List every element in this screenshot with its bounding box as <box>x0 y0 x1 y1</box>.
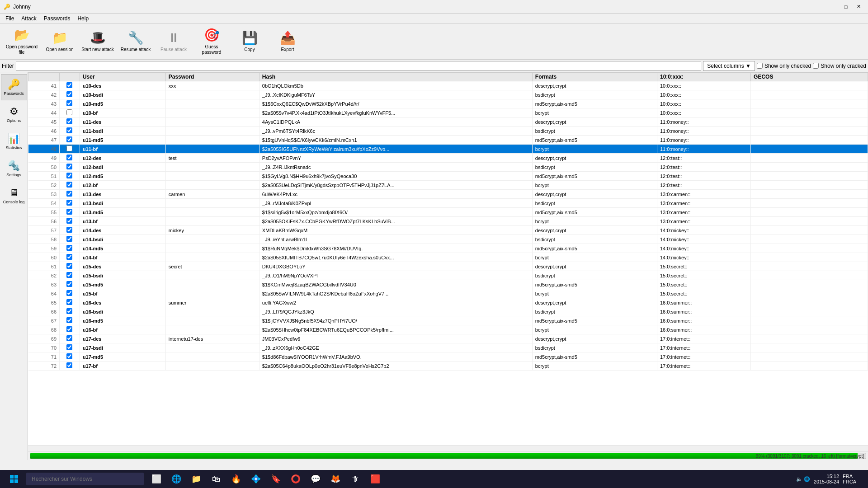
taskbar-app1-icon[interactable]: 🔥 <box>227 471 245 487</box>
row-checkbox-cell[interactable] <box>60 271 80 280</box>
show-only-checked-checkbox[interactable] <box>757 63 763 69</box>
password-table-container[interactable]: User Password Hash Formats 10:0:xxx: GEC… <box>28 72 868 446</box>
row-checkbox-cell[interactable] <box>60 343 80 352</box>
row-checkbox[interactable] <box>66 127 72 133</box>
sidebar-item-settings[interactable]: 🔩 Settings <box>1 155 27 182</box>
table-row[interactable]: 65 u16-des summer uelfi.YAGXww2 descrypt… <box>28 298 868 307</box>
row-checkbox-cell[interactable] <box>60 208 80 217</box>
col-header-formats[interactable]: Formats <box>532 73 657 81</box>
table-row[interactable]: 42 u10-bsdi _J9..XcIKDKiguMF6TsY bsdicry… <box>28 90 868 99</box>
row-checkbox-cell[interactable] <box>60 199 80 208</box>
export-button[interactable]: 📤 Export <box>269 25 306 57</box>
row-checkbox[interactable] <box>66 218 72 224</box>
table-row[interactable]: 63 u15-md5 $1$KCmMwejI$zaqBZWACGbillvdIf… <box>28 280 868 289</box>
taskbar-app4-icon[interactable]: 🗡 <box>346 471 364 487</box>
table-row[interactable]: 69 u17-des internetu17-des JM03VCxPedfw6… <box>28 334 868 343</box>
row-checkbox[interactable] <box>66 308 72 314</box>
row-checkbox[interactable] <box>66 362 72 368</box>
row-checkbox[interactable] <box>66 290 72 296</box>
row-checkbox[interactable] <box>66 236 72 242</box>
taskbar-store-icon[interactable]: 🛍 <box>207 471 225 487</box>
table-row[interactable]: 41 u10-des xxx 0bO1hQLOkm5Db descrypt,cr… <box>28 81 868 90</box>
row-checkbox-cell[interactable] <box>60 136 80 145</box>
menu-file[interactable]: File <box>2 14 18 23</box>
menu-passwords[interactable]: Passwords <box>40 14 74 23</box>
table-row[interactable]: 51 u12-md5 $1$GyLVg8.N$HH9u6xh9k7jvoSyQe… <box>28 172 868 181</box>
table-row[interactable]: 71 u17-md5 $1$d86Fdpaw$IYOOR1VrhWmV.FJAa… <box>28 352 868 361</box>
row-checkbox[interactable] <box>66 209 72 215</box>
row-checkbox-cell[interactable] <box>60 235 80 244</box>
table-row[interactable]: 68 u16-bf $2a$05$Hhcw0tpF84XEBCWRTu6EQuB… <box>28 325 868 334</box>
filter-input[interactable] <box>16 61 702 71</box>
table-row[interactable]: 70 u17-bsdi _J9..zXXX6gHn0oC42GE bsdicry… <box>28 343 868 352</box>
row-checkbox-cell[interactable] <box>60 289 80 298</box>
taskbar-app5-icon[interactable]: 🟥 <box>366 471 384 487</box>
row-checkbox[interactable] <box>66 227 72 233</box>
table-row[interactable]: 62 u15-bsdi _J9..O1/hM9NpYOcVXPl bsdicry… <box>28 271 868 280</box>
close-button[interactable]: ✕ <box>853 2 864 11</box>
table-row[interactable]: 64 u15-bf $2a$05$wVILNW9L4kTahG2S/KDebaH… <box>28 289 868 298</box>
row-checkbox-cell[interactable] <box>60 163 80 172</box>
menu-help[interactable]: Help <box>74 14 92 23</box>
table-row[interactable]: 46 u11-bsdi _J9..vPm6TSYt4RlkK6c bsdicry… <box>28 127 868 136</box>
col-header-gecos[interactable]: GECOS <box>751 73 868 81</box>
row-checkbox[interactable] <box>66 136 72 142</box>
row-checkbox[interactable] <box>66 299 72 305</box>
resume-attack-button[interactable]: 🔧 Resume attack <box>118 25 154 57</box>
table-row[interactable]: 60 u14-bf $2a$05$XtUMITB7CQ5w17u0KUIy6eT… <box>28 253 868 262</box>
taskbar-task-view[interactable]: ⬜ <box>147 471 165 487</box>
row-checkbox[interactable] <box>66 254 72 260</box>
row-checkbox-cell[interactable] <box>60 262 80 271</box>
table-row[interactable]: 47 u11-md5 $1$tgUVnHqS$C/K6lywCKk6/zmiN.… <box>28 136 868 145</box>
row-checkbox[interactable] <box>66 326 72 332</box>
table-row[interactable]: 55 u13-md5 $1$s/irig5v$1orM5xxQpz/omdjo8… <box>28 208 868 217</box>
row-checkbox[interactable] <box>66 344 72 350</box>
row-checkbox-cell[interactable] <box>60 127 80 136</box>
taskbar-edge-icon[interactable]: 🌐 <box>167 471 185 487</box>
row-checkbox[interactable] <box>66 272 72 278</box>
table-row[interactable]: 52 u12-bf $2a$05$UeLDqSITjmK/y8gdsSzppOT… <box>28 181 868 190</box>
row-checkbox-cell[interactable] <box>60 280 80 289</box>
row-checkbox-cell[interactable] <box>60 316 80 325</box>
col-header-user[interactable]: User <box>80 73 165 81</box>
table-row[interactable]: 44 u10-bf $2a$05$v7v4P.Xk4ad1tPtO3JtIkhu… <box>28 108 868 117</box>
row-checkbox-cell[interactable] <box>60 154 80 163</box>
open-session-button[interactable]: 📁 Open session <box>42 25 78 57</box>
row-checkbox-cell[interactable] <box>60 298 80 307</box>
row-checkbox[interactable] <box>66 173 72 178</box>
row-checkbox[interactable] <box>66 335 72 341</box>
row-checkbox-cell[interactable] <box>60 325 80 334</box>
table-row[interactable]: 53 u13-des carmen 6uW/eK4PtvLxc descrypt… <box>28 190 868 199</box>
taskbar-explorer-icon[interactable]: 📁 <box>187 471 205 487</box>
row-checkbox[interactable] <box>66 191 72 197</box>
maximize-button[interactable]: □ <box>840 2 852 11</box>
row-checkbox[interactable] <box>66 145 72 151</box>
row-checkbox[interactable] <box>66 91 72 97</box>
row-checkbox-cell[interactable] <box>60 352 80 361</box>
row-checkbox-cell[interactable] <box>60 108 80 117</box>
row-checkbox[interactable] <box>66 100 72 106</box>
row-checkbox[interactable] <box>66 317 72 323</box>
sidebar-item-statistics[interactable]: 📊 Statistics <box>1 128 27 155</box>
row-checkbox[interactable] <box>66 245 72 251</box>
row-checkbox-cell[interactable] <box>60 117 80 127</box>
table-row[interactable]: 72 u17-bf $2a$05C64p8ukaOOLp0eO2hr31euVF… <box>28 361 868 371</box>
horizontal-scrollbar[interactable] <box>28 446 868 451</box>
row-checkbox-cell[interactable] <box>60 172 80 181</box>
table-row[interactable]: 49 u12-des test PsD2yvAFOFvnY descrypt,c… <box>28 154 868 163</box>
copy-button[interactable]: 💾 Copy <box>231 25 268 57</box>
row-checkbox-cell[interactable] <box>60 217 80 226</box>
row-checkbox[interactable] <box>66 182 72 188</box>
row-checkbox-cell[interactable] <box>60 253 80 262</box>
table-row[interactable]: 57 u14-des mickey XMDLaKBmWGqxM descrypt… <box>28 226 868 235</box>
taskbar-app2-icon[interactable]: 💠 <box>247 471 265 487</box>
sidebar-item-options[interactable]: ⚙ Options <box>1 101 27 127</box>
sidebar-item-console-log[interactable]: 🖥 Console log <box>1 183 27 209</box>
table-row[interactable]: 59 u14-md5 $1$RuNMqMek$DmkfxWh3SG78XM//D… <box>28 244 868 253</box>
row-checkbox[interactable] <box>66 200 72 206</box>
guess-password-button[interactable]: 🎯 Guess password <box>193 25 230 57</box>
row-checkbox-cell[interactable] <box>60 181 80 190</box>
col-header-hash[interactable]: Hash <box>259 73 532 81</box>
start-button[interactable] <box>4 471 24 487</box>
show-only-cracked-checkbox[interactable] <box>813 63 819 69</box>
